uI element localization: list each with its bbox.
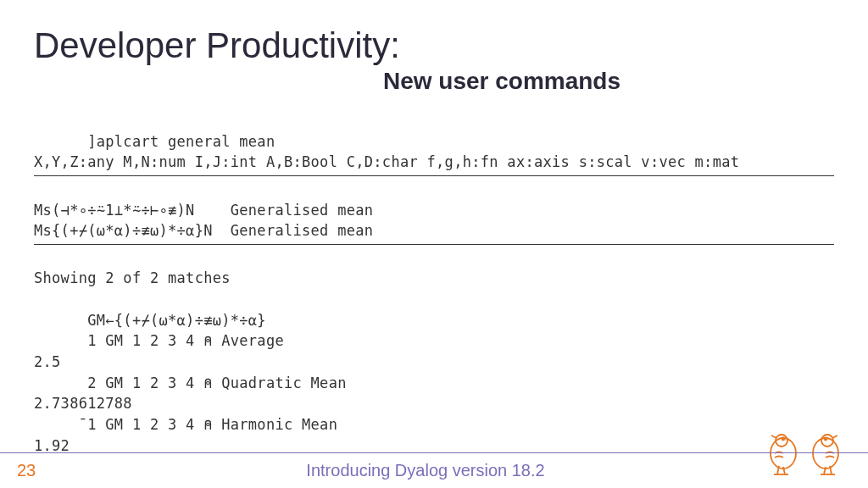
code-line: Ms{(+⌿(⍵*⍺)÷≢⍵)*÷⍺}N Generalised mean (34, 222, 373, 239)
code-line: ¯1 GM 1 2 3 4 ⍝ Harmonic Mean (34, 416, 337, 433)
slide-subtitle: New user commands (170, 68, 834, 95)
slide-footer: 23 Introducing Dyalog version 18.2 (0, 452, 868, 488)
code-line: Ms(⊣*∘÷⍨1⊥*⍨÷⊢∘≢)N Generalised mean (34, 202, 373, 219)
code-line: 2 GM 1 2 3 4 ⍝ Quadratic Mean (34, 374, 347, 391)
code-line: 1.92 (34, 437, 70, 454)
code-line: X,Y,Z:any M,N:num I,J:int A,B:Bool C,D:c… (34, 153, 739, 170)
code-line: 1 GM 1 2 3 4 ⍝ Average (34, 332, 284, 349)
code-line: 2.738612788 (34, 395, 132, 412)
separator-line (34, 175, 834, 176)
separator-line (34, 244, 834, 245)
code-block: ]aplcart general mean X,Y,Z:any M,N:num … (34, 110, 834, 456)
svg-point-2 (782, 438, 785, 441)
footer-title: Introducing Dyalog version 18.2 (0, 461, 851, 480)
code-line: GM←{(+⌿(⍵*⍺)÷≢⍵)*÷⍺} (34, 312, 266, 329)
code-line: 2.5 (34, 353, 61, 370)
code-line: ]aplcart general mean (34, 133, 275, 150)
slide-title: Developer Productivity: (34, 25, 834, 66)
svg-point-5 (825, 438, 827, 441)
code-line: Showing 2 of 2 matches (34, 269, 231, 286)
